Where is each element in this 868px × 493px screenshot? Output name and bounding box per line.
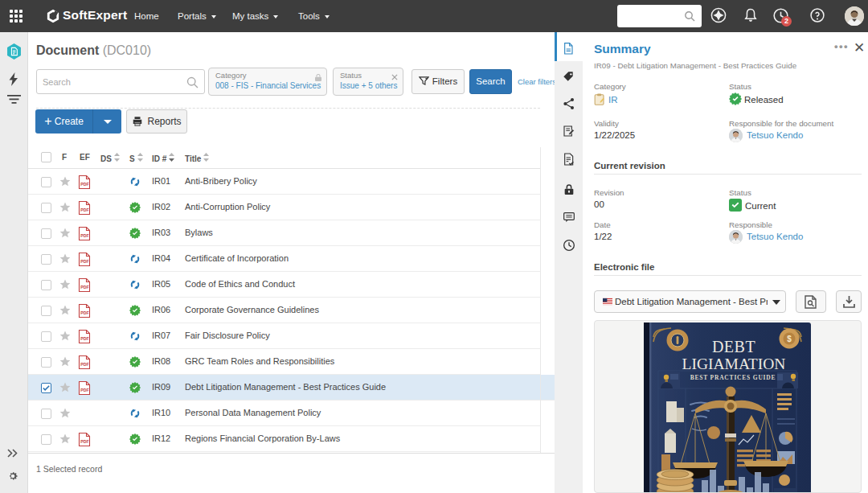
svg-text:PDF: PDF bbox=[80, 285, 88, 290]
svg-text:PDF: PDF bbox=[80, 388, 88, 392]
svg-text:DEBT: DEBT bbox=[712, 338, 755, 355]
svg-text:$: $ bbox=[787, 335, 792, 343]
svg-text:PDF: PDF bbox=[80, 233, 88, 238]
svg-text:BEST PRACTICES GUIDE: BEST PRACTICES GUIDE bbox=[690, 374, 776, 381]
svg-text:LIGIAMATION: LIGIAMATION bbox=[682, 355, 786, 372]
svg-text:PDF: PDF bbox=[80, 439, 88, 444]
svg-text:PDF: PDF bbox=[80, 207, 88, 212]
svg-text:PDF: PDF bbox=[80, 362, 88, 367]
svg-text:PDF: PDF bbox=[80, 259, 88, 264]
svg-text:PDF: PDF bbox=[80, 336, 88, 341]
svg-text:PDF: PDF bbox=[80, 310, 88, 315]
svg-text:PDF: PDF bbox=[80, 182, 88, 187]
